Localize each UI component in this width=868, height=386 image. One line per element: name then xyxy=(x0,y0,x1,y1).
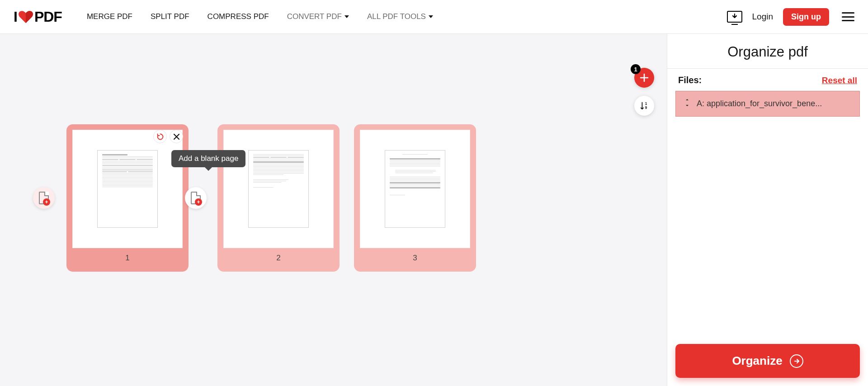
page-preview xyxy=(223,130,334,248)
sidebar-footer: Organize xyxy=(667,336,868,386)
remove-page-button[interactable] xyxy=(170,130,183,143)
page-preview xyxy=(72,130,183,248)
file-name: A: application_for_survivor_bene... xyxy=(697,99,822,108)
nav-merge[interactable]: MERGE PDF xyxy=(87,12,132,21)
floating-controls: 1 19 xyxy=(634,68,654,116)
reset-all-link[interactable]: Reset all xyxy=(822,75,857,85)
arrow-right-icon xyxy=(790,354,803,368)
files-header: Files: Reset all xyxy=(667,69,868,91)
nav-convert-label: CONVERT PDF xyxy=(287,12,342,21)
sidebar: Organize pdf Files: Reset all A: applica… xyxy=(667,34,868,386)
organize-button[interactable]: Organize xyxy=(675,344,860,378)
files-label: Files: xyxy=(678,75,702,85)
nav-convert[interactable]: CONVERT PDF xyxy=(287,12,349,21)
page-preview xyxy=(360,130,470,248)
logo-text-left: I xyxy=(14,9,17,25)
signup-button[interactable]: Sign up xyxy=(783,8,829,26)
nav-split[interactable]: SPLIT PDF xyxy=(151,12,189,21)
svg-text:9: 9 xyxy=(645,106,647,110)
rotate-page-button[interactable] xyxy=(153,130,167,143)
logo-text-right: PDF xyxy=(34,9,62,25)
login-link[interactable]: Login xyxy=(752,12,774,22)
nav-all-tools[interactable]: ALL PDF TOOLS xyxy=(367,12,433,21)
nav-all-label: ALL PDF TOOLS xyxy=(367,12,426,21)
page-number: 2 xyxy=(276,254,280,263)
header: I PDF MERGE PDF SPLIT PDF COMPRESS PDF C… xyxy=(0,0,868,34)
logo[interactable]: I PDF xyxy=(14,9,62,25)
add-file-button[interactable]: 1 xyxy=(634,68,654,88)
drag-handle-icon[interactable] xyxy=(684,99,690,109)
sidebar-title: Organize pdf xyxy=(667,34,868,69)
page-plus-icon: + xyxy=(191,192,201,204)
heart-icon xyxy=(19,10,33,23)
page-controls xyxy=(153,130,183,143)
organize-label: Organize xyxy=(732,354,782,368)
file-item[interactable]: A: application_for_survivor_bene... xyxy=(675,91,860,117)
header-right: Login Sign up xyxy=(727,8,855,26)
main: 1 19 + xyxy=(0,34,868,386)
tooltip-add-blank: Add a blank page xyxy=(171,150,245,167)
page-plus-icon: + xyxy=(39,192,49,204)
main-nav: MERGE PDF SPLIT PDF COMPRESS PDF CONVERT… xyxy=(87,12,433,21)
pages-row: + xyxy=(0,34,667,272)
sort-pages-button[interactable]: 19 xyxy=(634,96,654,116)
page-number: 3 xyxy=(413,254,417,263)
hamburger-menu-icon[interactable] xyxy=(842,12,854,21)
page-number: 1 xyxy=(125,254,129,263)
chevron-down-icon xyxy=(429,15,433,18)
chevron-down-icon xyxy=(344,15,349,18)
desktop-app-icon[interactable] xyxy=(727,11,742,23)
svg-text:1: 1 xyxy=(645,102,647,106)
page-thumbnail-1[interactable]: 1 xyxy=(66,124,189,272)
page-thumbnail-3[interactable]: 3 xyxy=(354,124,476,272)
insert-page-button[interactable]: + xyxy=(185,187,207,209)
file-count-badge: 1 xyxy=(631,64,641,74)
nav-compress[interactable]: COMPRESS PDF xyxy=(208,12,269,21)
workspace: 1 19 + xyxy=(0,34,667,386)
insert-page-before-button[interactable]: + xyxy=(33,187,55,209)
page-thumbnail-2[interactable]: 2 xyxy=(217,124,340,272)
